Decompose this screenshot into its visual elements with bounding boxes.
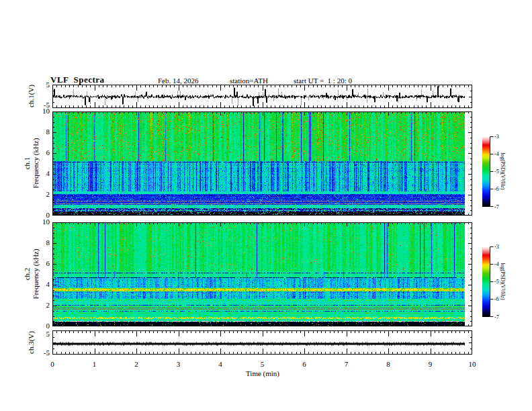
y-tick-label: 2 — [30, 301, 50, 309]
y-tick-label: 10 — [30, 218, 50, 226]
colorbar-tick-label: -6 — [494, 186, 499, 192]
y-tick-label: 6 — [30, 148, 50, 156]
ch2-frequency-axis-label: Frequency (kHz) — [32, 249, 40, 300]
x-tick-label: 4 — [210, 360, 230, 368]
x-tick-label: 0 — [42, 360, 62, 368]
y-tick-label: 0 — [30, 322, 50, 330]
x-tick-label: 2 — [126, 360, 146, 368]
x-tick-label: 8 — [378, 360, 398, 368]
date-label: Feb. 14, 2026 — [158, 77, 199, 85]
y-tick-label: 5 — [30, 330, 50, 338]
colorbar-tick-label: -5 — [494, 169, 499, 175]
colorbar-tick-label: -4 — [494, 261, 499, 267]
ch1-waveform-plot — [52, 85, 472, 108]
x-tick-label: 3 — [169, 360, 189, 368]
colorbar1-unit-label: log(PSD)(V²/Hz) — [500, 152, 506, 189]
colorbar-tick-label: -4 — [494, 151, 499, 157]
figure-title: VLF Spectra — [50, 75, 105, 85]
ch1-frequency-axis-label: Frequency (kHz) — [32, 138, 40, 189]
ch2-channel-axis-label: ch.2 — [23, 268, 31, 281]
y-tick-label: 8 — [30, 128, 50, 136]
x-tick-label: 10 — [462, 360, 482, 368]
colorbar-ch1 — [482, 136, 494, 207]
ch2-spectrogram-plot — [52, 222, 472, 326]
colorbar-tick-label: -5 — [494, 279, 499, 285]
x-tick-label: 7 — [337, 360, 357, 368]
x-tick-label: 5 — [253, 360, 273, 368]
ch1-channel-axis-label: ch.1 — [23, 157, 31, 170]
y-tick-label: 4 — [30, 280, 50, 288]
start-ut-label: start UT = 1 : 20: 0 — [294, 77, 352, 85]
colorbar-tick-label: -3 — [494, 134, 499, 140]
colorbar-tick-label: -6 — [494, 296, 499, 302]
colorbar2-unit-label: log(PSD)(V²/Hz) — [500, 263, 506, 300]
colorbar-tick-label: -7 — [494, 314, 499, 320]
station-label: station=ATH — [230, 77, 268, 85]
y-tick-label: 4 — [30, 169, 50, 177]
y-tick-label: 5 — [30, 81, 50, 89]
y-tick-label: 10 — [30, 107, 50, 115]
time-axis-label: Time (min) — [246, 369, 279, 377]
ch1-spectrogram-plot — [52, 111, 472, 216]
colorbar-tick-label: -7 — [494, 204, 499, 210]
y-tick-label: 6 — [30, 259, 50, 267]
ch3-waveform-plot — [52, 330, 472, 355]
x-tick-label: 6 — [294, 360, 314, 368]
y-tick-label: 8 — [30, 238, 50, 246]
vlf-spectra-figure: VLF Spectra Feb. 14, 2026 station=ATH st… — [0, 0, 532, 411]
x-tick-label: 1 — [85, 360, 105, 368]
colorbar-tick-label: -3 — [494, 244, 499, 250]
x-tick-label: 9 — [420, 360, 441, 368]
colorbar-ch2 — [482, 246, 494, 317]
y-tick-label: 2 — [30, 190, 50, 198]
y-tick-label: -5 — [30, 349, 50, 357]
